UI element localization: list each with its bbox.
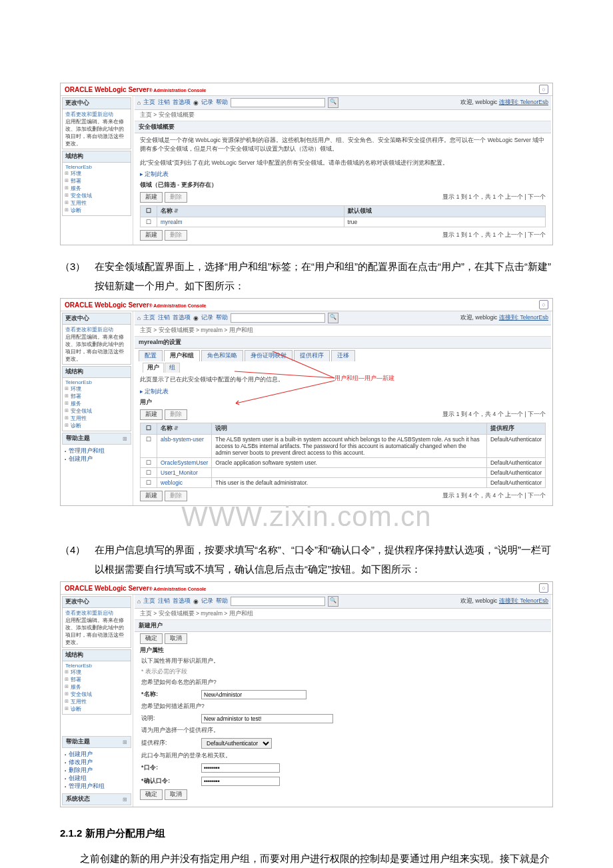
- connected-to[interactable]: 连接到: TelenorEsb: [499, 99, 548, 105]
- toolbar-help[interactable]: 帮助: [216, 314, 228, 322]
- breadcrumb: 主页 > 安全领域概要 > myrealm > 用户和组: [135, 325, 551, 337]
- name-field[interactable]: [201, 690, 306, 699]
- password-confirm-field[interactable]: [201, 777, 280, 786]
- subtab-groups[interactable]: 组: [165, 363, 180, 373]
- expand-icon: ⊞: [123, 739, 127, 745]
- realm-default: true: [344, 217, 545, 227]
- new-button[interactable]: 新建: [140, 192, 163, 203]
- tab-config[interactable]: 配置: [139, 350, 163, 361]
- view-changes-link[interactable]: 查看更改和重新启动: [65, 326, 128, 333]
- subtab-users[interactable]: 用户: [143, 363, 164, 373]
- toolbar-record[interactable]: 记录: [201, 597, 213, 605]
- record-icon: ◉: [193, 99, 199, 106]
- new-button[interactable]: 新建: [140, 409, 163, 420]
- user-link[interactable]: OracleSystemUser: [161, 459, 208, 466]
- view-changes-link[interactable]: 查看更改和重新启动: [65, 111, 128, 118]
- help-link[interactable]: 创建用户: [65, 751, 129, 759]
- tab-roles[interactable]: 角色和策略: [201, 350, 243, 361]
- tab-migration[interactable]: 迁移: [331, 350, 355, 361]
- toolbar-prefs[interactable]: 首选项: [173, 597, 191, 605]
- tree-security[interactable]: 安全领域: [65, 192, 128, 199]
- view-changes-link[interactable]: 查看更改和重新启动: [65, 609, 128, 617]
- col-provider: 提供程序: [486, 423, 545, 435]
- help-link[interactable]: 删除用户: [65, 767, 129, 775]
- delete-button[interactable]: 删除: [165, 192, 187, 203]
- tab-users-groups[interactable]: 用户和组: [164, 350, 200, 361]
- help-link[interactable]: 创建用户: [65, 455, 129, 463]
- search-input[interactable]: [231, 597, 325, 606]
- help-link[interactable]: 创建组: [65, 775, 129, 783]
- desc-field[interactable]: [201, 714, 333, 723]
- sys-state-bar[interactable]: 系统状态⊞: [62, 793, 131, 805]
- intro-1: 安全领域是一个存储 WebLogic 资源保护机制的容器。这些机制包括用户、组、…: [135, 133, 551, 156]
- q-desc: 您希望如何描述新用户?: [135, 701, 551, 712]
- toolbar-home[interactable]: 主页: [143, 99, 155, 107]
- search-input[interactable]: [231, 98, 325, 107]
- toolbar-prefs[interactable]: 首选项: [173, 314, 191, 322]
- toolbar-home[interactable]: 主页: [143, 597, 155, 605]
- tree-interop[interactable]: 互用性: [65, 199, 128, 207]
- cancel-button-bottom[interactable]: 取消: [165, 789, 187, 800]
- password-field[interactable]: [201, 763, 280, 773]
- delete-button-bottom[interactable]: 删除: [165, 230, 187, 241]
- help-icon[interactable]: ○: [539, 85, 548, 94]
- help-topic-bar[interactable]: 帮助主题⊞: [62, 433, 131, 445]
- toolbar-help[interactable]: 帮助: [216, 99, 228, 107]
- table-caption: 用户: [135, 397, 551, 408]
- welcome-text: 欢迎, weblogic 连接到: TelenorEsb: [460, 99, 548, 107]
- cancel-button[interactable]: 取消: [165, 633, 187, 644]
- help-link[interactable]: 管理用户和组: [65, 447, 129, 455]
- row-checkbox[interactable]: ☐: [141, 217, 157, 227]
- help-link[interactable]: 修改用户: [65, 759, 129, 767]
- realm-link[interactable]: myrealm: [161, 219, 183, 225]
- new-button-bottom[interactable]: 新建: [140, 491, 163, 501]
- tab-cred[interactable]: 身份证明映射: [245, 350, 293, 361]
- toolbar-prefs[interactable]: 首选项: [173, 99, 191, 107]
- col-desc: 说明: [212, 423, 487, 435]
- search-input[interactable]: [231, 313, 325, 323]
- toolbar-help[interactable]: 帮助: [216, 597, 228, 605]
- user-link[interactable]: User1_Monitor: [161, 469, 198, 476]
- sort-icon[interactable]: ⇵: [174, 208, 179, 214]
- label-provider: 提供程序:: [141, 739, 195, 747]
- help-icon[interactable]: ○: [539, 300, 548, 309]
- select-all-checkbox[interactable]: ☐: [141, 206, 157, 217]
- select-all-checkbox[interactable]: ☐: [141, 423, 157, 435]
- search-icon[interactable]: 🔍: [328, 596, 338, 607]
- customize-link[interactable]: ▸ 定制此表: [135, 169, 551, 180]
- tree-env[interactable]: 环境: [65, 170, 128, 177]
- tab-providers[interactable]: 提供程序: [294, 350, 330, 361]
- sort-icon[interactable]: ⇵: [174, 425, 179, 431]
- tree-domain[interactable]: TelenorEsb: [65, 164, 128, 170]
- ok-button-bottom[interactable]: 确定: [140, 789, 163, 800]
- customize-link[interactable]: ▸ 定制此表: [135, 387, 551, 397]
- search-icon[interactable]: 🔍: [328, 97, 338, 108]
- user-link[interactable]: weblogic: [161, 479, 183, 486]
- breadcrumb: 主页 > 安全领域概要: [135, 110, 551, 121]
- tree-services[interactable]: 服务: [65, 185, 128, 192]
- toolbar-logout[interactable]: 注销: [158, 314, 170, 322]
- user-link[interactable]: alsb-system-user: [161, 436, 204, 443]
- search-icon[interactable]: 🔍: [328, 313, 338, 323]
- delete-button-bottom[interactable]: 删除: [165, 491, 187, 501]
- provider-select[interactable]: DefaultAuthenticator: [201, 738, 272, 749]
- table-caption: 领域（已筛选 - 更多列存在）: [135, 180, 551, 191]
- realm-table: ☐ 名称 ⇵ 默认领域 ☐ myrealm true: [140, 205, 546, 227]
- new-button-bottom[interactable]: 新建: [140, 230, 163, 241]
- toolbar-record[interactable]: 记录: [201, 99, 213, 107]
- ok-button[interactable]: 确定: [140, 633, 163, 644]
- toolbar-logout[interactable]: 注销: [158, 597, 170, 605]
- toolbar-home[interactable]: 主页: [143, 314, 155, 322]
- help-topic-bar[interactable]: 帮助主题⊞: [62, 736, 131, 748]
- toolbar-record[interactable]: 记录: [201, 314, 213, 322]
- users-table: ☐ 名称 ⇵ 说明 提供程序 ☐alsb-system-userThe ALSB…: [140, 423, 546, 488]
- delete-button[interactable]: 删除: [165, 409, 187, 420]
- console-screenshot-3: ORACLE WebLogic Server® Administration C…: [60, 581, 553, 807]
- tree-deploy[interactable]: 部署: [65, 177, 128, 185]
- help-icon[interactable]: ○: [539, 583, 548, 593]
- oracle-brand: ORACLE WebLogic Server® Administration C…: [65, 86, 206, 93]
- toolbar-logout[interactable]: 注销: [158, 99, 170, 107]
- help-link[interactable]: 管理用户和组: [65, 783, 129, 791]
- tree-diag[interactable]: 诊断: [65, 207, 128, 214]
- expand-icon: ⊞: [123, 436, 127, 442]
